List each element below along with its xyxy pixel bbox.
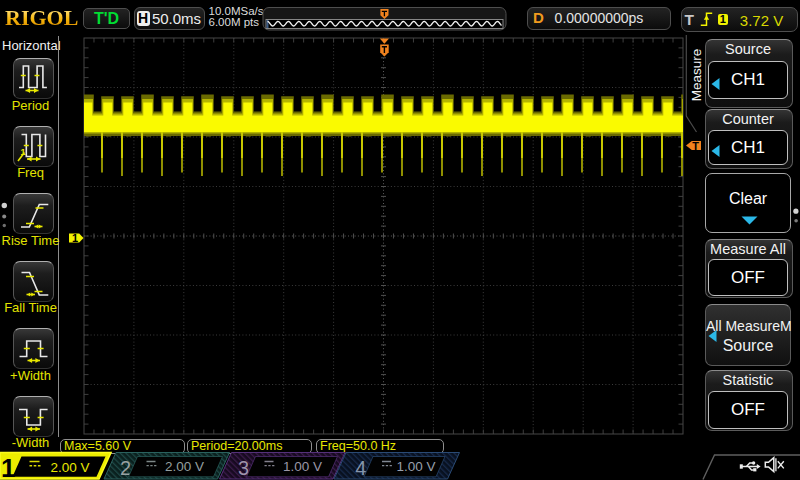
svg-text:1.00 V: 1.00 V (283, 459, 322, 474)
svg-text:1: 1 (72, 232, 78, 244)
svg-text:1.00 V: 1.00 V (396, 459, 435, 474)
svg-text:2.00 V: 2.00 V (50, 460, 89, 475)
svg-text:2.00 V: 2.00 V (165, 459, 204, 474)
